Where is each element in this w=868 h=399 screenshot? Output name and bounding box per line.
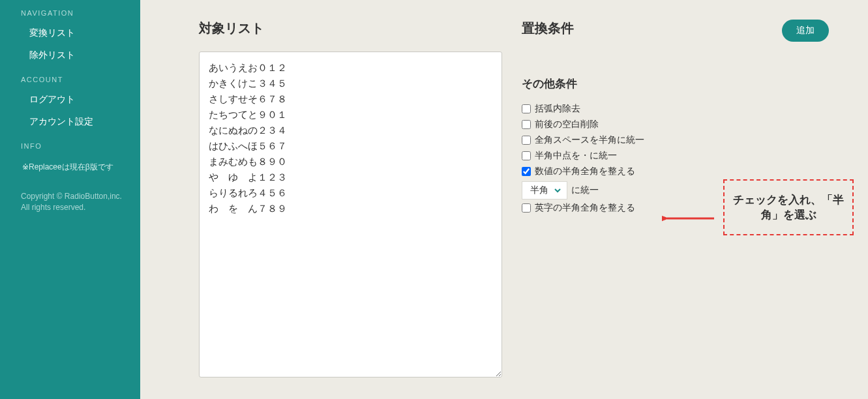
checkbox-alpha-width[interactable] (522, 203, 531, 213)
label-fullwidth-space: 全角スペースを半角に統一 (535, 134, 644, 146)
annotation-box: チェックを入れ、「半角」を選ぶ (723, 179, 854, 235)
info-text: ※Replaceeは現在β版です (0, 155, 140, 175)
number-width-suffix: に統一 (571, 185, 599, 196)
checkbox-fullwidth-space[interactable] (522, 136, 531, 145)
annotation-arrow (662, 212, 717, 225)
copyright-text: Copyright © RadioButton,inc. All rights … (0, 175, 140, 216)
checkbox-trim-whitespace[interactable] (522, 120, 531, 129)
nav-section-navigation: NAVIGATION (0, 0, 140, 22)
nav-section-info: INFO (0, 133, 140, 155)
target-list-textarea[interactable] (199, 52, 502, 377)
checkbox-nakaguro[interactable] (522, 151, 531, 160)
checkbox-remove-brackets[interactable] (522, 104, 531, 113)
label-trim-whitespace: 前後の空白削除 (535, 119, 599, 130)
sidebar-item-account-settings[interactable]: アカウント設定 (0, 111, 140, 133)
other-conditions-heading: その他条件 (522, 76, 842, 91)
label-nakaguro: 半角中点を・に統一 (535, 150, 617, 162)
label-alpha-width: 英字の半角全角を整える (535, 202, 635, 214)
label-number-width: 数値の半角全角を整える (535, 166, 635, 177)
nav-section-account: ACCOUNT (0, 66, 140, 89)
add-button[interactable]: 追加 (782, 20, 829, 42)
main-content: 対象リスト 置換条件 追加 その他条件 括弧内除去 前後の空白削除 全角スペース… (140, 0, 868, 399)
sidebar-item-conversion-list[interactable]: 変換リスト (0, 22, 140, 44)
sidebar: NAVIGATION 変換リスト 除外リスト ACCOUNT ログアウト アカウ… (0, 0, 140, 399)
number-width-selected-value: 半角 (530, 185, 548, 196)
column-replace-conditions: 置換条件 追加 その他条件 括弧内除去 前後の空白削除 全角スペースを半角に統一… (522, 20, 842, 386)
label-remove-brackets: 括弧内除去 (535, 103, 580, 115)
chevron-down-icon (554, 186, 561, 194)
sidebar-item-logout[interactable]: ログアウト (0, 89, 140, 111)
sidebar-item-exclusion-list[interactable]: 除外リスト (0, 44, 140, 66)
number-width-select[interactable]: 半角 (522, 181, 567, 200)
target-list-heading: 対象リスト (199, 20, 522, 37)
column-target-list: 対象リスト (199, 20, 522, 386)
checkbox-number-width[interactable] (522, 167, 531, 176)
